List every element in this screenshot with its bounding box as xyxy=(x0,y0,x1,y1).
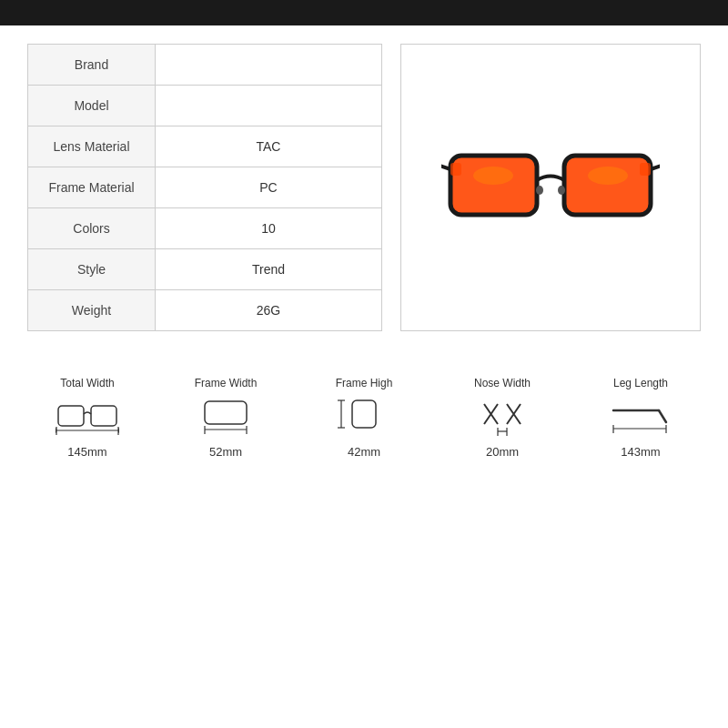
measure-icon-leg-length xyxy=(609,397,672,438)
measure-icon-frame-width xyxy=(194,397,258,438)
measure-value-1: 52mm xyxy=(209,445,242,459)
table-value-6: 26G xyxy=(156,290,382,331)
svg-rect-7 xyxy=(640,163,651,176)
svg-rect-1 xyxy=(564,156,651,215)
table-label-0: Brand xyxy=(28,45,156,86)
measurements-section: Total Width 145mm Frame Width 52mm Frame… xyxy=(0,359,728,468)
table-row: Brand xyxy=(28,45,382,86)
svg-rect-13 xyxy=(91,406,116,426)
table-label-4: Colors xyxy=(28,208,156,249)
measure-item-nose-width: Nose Width 20mm xyxy=(433,377,571,459)
measure-item-frame-width: Frame Width 52mm xyxy=(157,377,295,459)
table-value-0 xyxy=(156,45,382,86)
measure-value-3: 20mm xyxy=(486,445,519,459)
table-row: Lens Material TAC xyxy=(28,126,382,167)
svg-rect-6 xyxy=(450,163,461,176)
measure-label-3: Nose Width xyxy=(474,377,531,389)
measure-item-frame-high: Frame High 42mm xyxy=(295,377,433,459)
svg-point-10 xyxy=(473,167,513,185)
measure-label-1: Frame Width xyxy=(195,377,258,389)
table-label-2: Lens Material xyxy=(28,126,156,167)
product-image-box xyxy=(400,44,701,331)
product-info-table: Brand Model Lens Material TAC Frame Mate… xyxy=(27,44,382,331)
table-value-1 xyxy=(156,86,382,126)
table-value-3: PC xyxy=(156,167,382,208)
svg-rect-0 xyxy=(450,156,537,215)
page-header xyxy=(0,0,728,25)
sunglasses-image xyxy=(441,133,660,242)
table-label-6: Weight xyxy=(28,290,156,331)
svg-point-9 xyxy=(558,186,565,195)
table-row: Colors 10 xyxy=(28,208,382,249)
table-row: Style Trend xyxy=(28,249,382,290)
measure-value-0: 145mm xyxy=(67,445,106,459)
svg-rect-19 xyxy=(205,401,247,424)
table-label-5: Style xyxy=(28,249,156,290)
measure-value-4: 143mm xyxy=(621,445,660,459)
measure-label-2: Frame High xyxy=(336,377,393,389)
table-value-2: TAC xyxy=(156,126,382,167)
svg-point-11 xyxy=(588,167,628,185)
table-label-1: Model xyxy=(28,86,156,126)
table-value-5: Trend xyxy=(156,249,382,290)
svg-rect-12 xyxy=(58,406,84,426)
svg-point-8 xyxy=(536,186,543,195)
main-content: Brand Model Lens Material TAC Frame Mate… xyxy=(0,25,728,349)
svg-line-31 xyxy=(659,410,666,422)
measure-value-2: 42mm xyxy=(348,445,380,459)
table-row: Weight 26G xyxy=(28,290,382,331)
table-row: Model xyxy=(28,86,382,126)
table-row: Frame Material PC xyxy=(28,167,382,208)
measure-item-leg-length: Leg Length 143mm xyxy=(571,377,710,459)
svg-rect-23 xyxy=(352,400,376,428)
measure-label-0: Total Width xyxy=(60,377,114,389)
table-value-4: 10 xyxy=(156,208,382,249)
measure-icon-frame-high xyxy=(332,397,396,438)
measure-item-total-width: Total Width 145mm xyxy=(18,377,157,459)
measure-icon-total-width xyxy=(56,397,119,438)
table-label-3: Frame Material xyxy=(28,167,156,208)
measure-icon-nose-width xyxy=(470,397,534,438)
measure-label-4: Leg Length xyxy=(613,377,668,389)
